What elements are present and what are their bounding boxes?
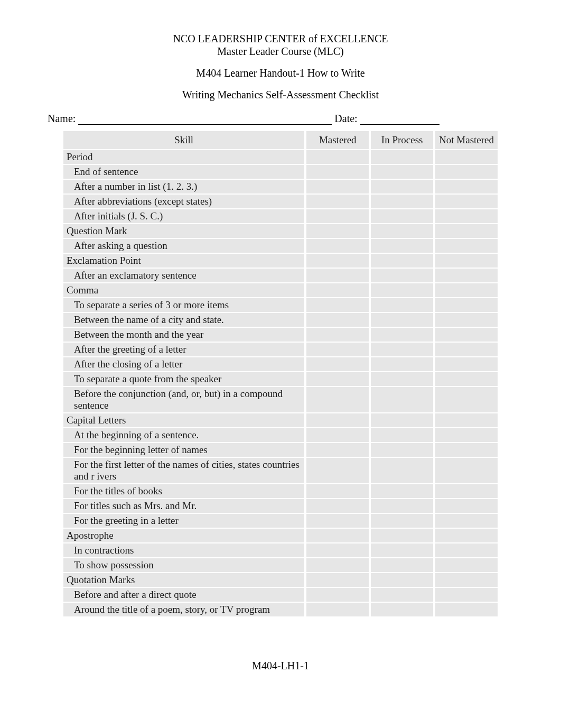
checkbox-cell[interactable] xyxy=(306,150,369,164)
checkbox-cell[interactable] xyxy=(435,387,498,412)
checkbox-cell[interactable] xyxy=(435,458,498,483)
checkbox-cell[interactable] xyxy=(371,283,433,297)
checkbox-cell[interactable] xyxy=(435,413,498,427)
checkbox-cell[interactable] xyxy=(306,239,369,253)
checkbox-cell[interactable] xyxy=(371,387,433,412)
skill-category: Period xyxy=(63,150,304,164)
checkbox-cell[interactable] xyxy=(371,269,433,282)
checkbox-cell[interactable] xyxy=(306,603,369,616)
checkbox-cell[interactable] xyxy=(371,413,433,427)
checkbox-cell[interactable] xyxy=(435,428,498,442)
checkbox-cell[interactable] xyxy=(371,150,433,164)
checkbox-cell[interactable] xyxy=(306,313,369,327)
checkbox-cell[interactable] xyxy=(371,224,433,238)
checkbox-cell[interactable] xyxy=(306,484,369,498)
checkbox-cell[interactable] xyxy=(435,543,498,557)
checkbox-cell[interactable] xyxy=(371,603,433,616)
checkbox-cell[interactable] xyxy=(371,529,433,542)
checkbox-cell[interactable] xyxy=(371,298,433,312)
checkbox-cell[interactable] xyxy=(435,165,498,179)
checkbox-cell[interactable] xyxy=(371,499,433,513)
checkbox-cell[interactable] xyxy=(435,209,498,223)
checkbox-cell[interactable] xyxy=(306,543,369,557)
checkbox-cell[interactable] xyxy=(306,514,369,528)
checkbox-cell[interactable] xyxy=(435,588,498,602)
checkbox-cell[interactable] xyxy=(371,209,433,223)
checkbox-cell[interactable] xyxy=(371,558,433,572)
checkbox-cell[interactable] xyxy=(306,254,369,268)
checkbox-cell[interactable] xyxy=(435,573,498,587)
checkbox-cell[interactable] xyxy=(371,543,433,557)
table-row: Apostrophe xyxy=(63,529,498,542)
checkbox-cell[interactable] xyxy=(371,514,433,528)
checkbox-cell[interactable] xyxy=(371,165,433,179)
table-row: To separate a quote from the speaker xyxy=(63,372,498,386)
page-footer: M404-LH1-1 xyxy=(42,660,519,672)
checkbox-cell[interactable] xyxy=(435,328,498,342)
checkbox-cell[interactable] xyxy=(306,180,369,193)
checkbox-cell[interactable] xyxy=(306,529,369,542)
name-field-line[interactable] xyxy=(78,124,332,125)
checkbox-cell[interactable] xyxy=(306,428,369,442)
checkbox-cell[interactable] xyxy=(435,150,498,164)
checkbox-cell[interactable] xyxy=(435,484,498,498)
checkbox-cell[interactable] xyxy=(306,165,369,179)
checkbox-cell[interactable] xyxy=(306,499,369,513)
checkbox-cell[interactable] xyxy=(306,195,369,208)
checkbox-cell[interactable] xyxy=(435,558,498,572)
checkbox-cell[interactable] xyxy=(435,343,498,356)
checkbox-cell[interactable] xyxy=(435,239,498,253)
checkbox-cell[interactable] xyxy=(371,588,433,602)
checkbox-cell[interactable] xyxy=(435,298,498,312)
skill-item: Before and after a direct quote xyxy=(63,588,304,602)
checkbox-cell[interactable] xyxy=(435,195,498,208)
checkbox-cell[interactable] xyxy=(371,254,433,268)
checkbox-cell[interactable] xyxy=(371,458,433,483)
checkbox-cell[interactable] xyxy=(306,413,369,427)
checkbox-cell[interactable] xyxy=(371,343,433,356)
checkbox-cell[interactable] xyxy=(371,443,433,457)
checkbox-cell[interactable] xyxy=(306,224,369,238)
checkbox-cell[interactable] xyxy=(306,298,369,312)
checkbox-cell[interactable] xyxy=(371,428,433,442)
checkbox-cell[interactable] xyxy=(306,209,369,223)
skill-item: End of sentence xyxy=(63,165,304,179)
checkbox-cell[interactable] xyxy=(435,313,498,327)
checkbox-cell[interactable] xyxy=(435,357,498,371)
checkbox-cell[interactable] xyxy=(306,573,369,587)
checkbox-cell[interactable] xyxy=(371,328,433,342)
checkbox-cell[interactable] xyxy=(435,514,498,528)
checkbox-cell[interactable] xyxy=(306,283,369,297)
checklist-title: Writing Mechanics Self-Assessment Checkl… xyxy=(42,89,519,101)
checkbox-cell[interactable] xyxy=(435,603,498,616)
checkbox-cell[interactable] xyxy=(306,328,369,342)
checkbox-cell[interactable] xyxy=(306,387,369,412)
checkbox-cell[interactable] xyxy=(435,224,498,238)
checkbox-cell[interactable] xyxy=(371,313,433,327)
checkbox-cell[interactable] xyxy=(371,357,433,371)
checkbox-cell[interactable] xyxy=(435,180,498,193)
checkbox-cell[interactable] xyxy=(371,372,433,386)
checkbox-cell[interactable] xyxy=(371,484,433,498)
checkbox-cell[interactable] xyxy=(306,458,369,483)
checkbox-cell[interactable] xyxy=(435,499,498,513)
checkbox-cell[interactable] xyxy=(435,529,498,542)
checkbox-cell[interactable] xyxy=(306,269,369,282)
checkbox-cell[interactable] xyxy=(435,269,498,282)
checkbox-cell[interactable] xyxy=(371,195,433,208)
checkbox-cell[interactable] xyxy=(306,588,369,602)
checkbox-cell[interactable] xyxy=(371,239,433,253)
checkbox-cell[interactable] xyxy=(435,283,498,297)
checkbox-cell[interactable] xyxy=(435,443,498,457)
checkbox-cell[interactable] xyxy=(306,372,369,386)
date-field-line[interactable] xyxy=(360,124,440,125)
checkbox-cell[interactable] xyxy=(371,180,433,193)
checkbox-cell[interactable] xyxy=(371,573,433,587)
table-row: Period xyxy=(63,150,498,164)
checkbox-cell[interactable] xyxy=(306,558,369,572)
checkbox-cell[interactable] xyxy=(306,343,369,356)
checkbox-cell[interactable] xyxy=(435,372,498,386)
checkbox-cell[interactable] xyxy=(435,254,498,268)
checkbox-cell[interactable] xyxy=(306,443,369,457)
checkbox-cell[interactable] xyxy=(306,357,369,371)
